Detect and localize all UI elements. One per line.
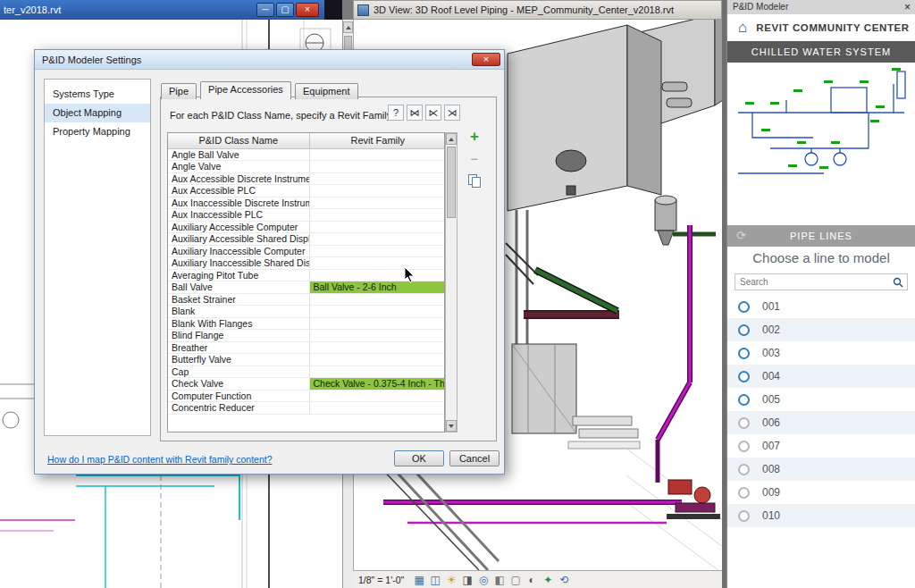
revit-family-cell[interactable] — [309, 245, 445, 257]
panel-titlebar[interactable]: P&ID Modeler × — [727, 0, 915, 14]
scrollbar-up-arrow[interactable] — [343, 21, 353, 33]
class-name-cell[interactable]: Blind Flange — [168, 330, 309, 342]
table-scrollbar[interactable] — [445, 132, 458, 433]
table-row[interactable]: Auxiliary Inaccessible Shared Display — [168, 257, 445, 270]
nav-systems-type[interactable]: Systems Type — [45, 85, 150, 104]
revit-main-titlebar[interactable]: ter_v2018.rvt ─ ▢ × — [0, 0, 324, 20]
table-row[interactable]: Averaging Pitot Tube — [168, 269, 445, 281]
revit-family-cell[interactable] — [309, 306, 445, 318]
table-row[interactable]: Computer Function — [168, 390, 445, 402]
ok-button[interactable]: OK — [394, 450, 444, 466]
refresh-icon[interactable]: ⟳ — [736, 225, 747, 247]
col-pid-class-name[interactable]: P&ID Class Name — [168, 133, 309, 148]
class-name-cell[interactable]: Auxiliary Inaccessible Computer — [168, 245, 309, 257]
revit-family-cell[interactable] — [309, 221, 445, 233]
shadows-icon[interactable]: ◨ — [460, 573, 474, 587]
line-radio[interactable] — [738, 301, 750, 313]
detail-level-icon[interactable]: ▦ — [412, 573, 426, 587]
help-link[interactable]: How do I map P&ID content with Revit fam… — [47, 454, 273, 465]
line-radio[interactable] — [738, 510, 750, 522]
pipe-line-item[interactable]: 002 — [727, 318, 915, 341]
locked-3d-icon[interactable]: ◐ — [525, 573, 539, 587]
line-radio[interactable] — [738, 441, 750, 452]
table-row[interactable]: Breather — [168, 341, 445, 354]
tab-pipe-accessories[interactable]: Pipe Accessories — [200, 81, 291, 99]
revit-family-cell[interactable] — [309, 185, 445, 197]
table-row[interactable]: Concentric Reducer — [168, 402, 445, 415]
revit-family-cell[interactable] — [309, 209, 445, 222]
class-name-cell[interactable]: Auxiliary Inaccessible Shared Display — [168, 257, 309, 270]
table-row[interactable]: Blind Flange — [168, 330, 445, 342]
class-name-cell[interactable]: Check Valve — [168, 378, 309, 391]
pipe-line-item[interactable]: 001 — [727, 295, 915, 318]
pid-diagram-thumbnail[interactable] — [735, 66, 909, 218]
table-row[interactable]: Cap — [168, 365, 445, 378]
revit-family-cell[interactable] — [309, 365, 445, 378]
revit-family-cell[interactable] — [309, 293, 445, 306]
dialog-close-button[interactable]: × — [472, 53, 500, 66]
remove-row-button[interactable]: − — [466, 151, 483, 167]
class-name-cell[interactable]: Aux Accessible Discrete Instrument — [168, 172, 309, 185]
table-row[interactable]: Blank With Flanges — [168, 317, 445, 330]
class-name-cell[interactable]: Basket Strainer — [168, 293, 309, 306]
maximize-button[interactable]: ▢ — [276, 3, 294, 17]
crop-region-icon[interactable]: ▢ — [508, 573, 523, 587]
table-scroll-thumb[interactable] — [447, 147, 456, 218]
class-name-cell[interactable]: Angle Ball Valve — [168, 148, 309, 161]
class-name-cell[interactable]: Concentric Reducer — [168, 402, 309, 415]
viewer-titlebar[interactable]: 3D View: 3D Roof Level Piping - MEP_Comm… — [353, 0, 722, 20]
tab-pipe[interactable]: Pipe — [161, 83, 197, 99]
line-radio[interactable] — [738, 348, 750, 359]
table-row[interactable]: Ball ValveBall Valve - 2-6 Inch — [168, 281, 445, 294]
duplicate-row-icon[interactable] — [468, 174, 483, 189]
search-input[interactable] — [735, 277, 893, 287]
class-name-cell[interactable]: Computer Function — [168, 390, 309, 402]
view-scale[interactable]: 1/8" = 1'-0" — [358, 575, 404, 585]
sun-path-icon[interactable]: ☀ — [444, 573, 458, 587]
class-name-cell[interactable]: Auxiliary Accessible Shared Display — [168, 233, 309, 246]
table-row[interactable]: Auxiliary Accessible Computer — [168, 221, 445, 233]
class-name-cell[interactable]: Auxiliary Accessible Computer — [168, 221, 309, 233]
nav-property-mapping[interactable]: Property Mapping — [45, 122, 150, 141]
valve-left-icon[interactable]: ⋉ — [425, 105, 441, 121]
class-name-cell[interactable]: Averaging Pitot Tube — [168, 269, 309, 281]
line-radio[interactable] — [738, 324, 750, 336]
cancel-button[interactable]: Cancel — [449, 450, 499, 466]
line-radio[interactable] — [738, 417, 750, 429]
revit-family-cell[interactable] — [309, 257, 445, 270]
revit-family-cell[interactable] — [309, 341, 445, 354]
revit-family-cell[interactable] — [309, 233, 445, 246]
table-row[interactable]: Basket Strainer — [168, 293, 445, 306]
class-name-cell[interactable]: Blank — [168, 306, 309, 318]
class-name-cell[interactable]: Aux Inaccessible Discrete Instrument — [168, 197, 309, 209]
pipe-line-item[interactable]: 009 — [727, 481, 915, 504]
pipe-line-item[interactable]: 003 — [727, 341, 915, 365]
help-icon[interactable]: ? — [388, 105, 404, 121]
line-radio[interactable] — [738, 487, 750, 499]
pipe-line-item[interactable]: 004 — [727, 365, 915, 388]
tab-equipment[interactable]: Equipment — [295, 83, 358, 99]
table-row[interactable]: Auxiliary Accessible Shared Display — [168, 233, 445, 246]
table-row[interactable]: Angle Ball Valve — [168, 148, 445, 161]
table-row[interactable]: Check ValveCheck Valve - 0.375-4 Inch - … — [168, 378, 445, 391]
table-row[interactable]: Aux Accessible Discrete Instrument — [168, 172, 445, 185]
revit-family-cell[interactable]: Ball Valve - 2-6 Inch — [309, 281, 445, 294]
class-name-cell[interactable]: Aux Accessible PLC — [168, 185, 309, 197]
class-name-cell[interactable]: Ball Valve — [168, 281, 309, 294]
visual-style-icon[interactable]: ◫ — [428, 573, 442, 587]
table-scroll-down[interactable] — [446, 420, 457, 432]
valve-mapping-icon[interactable]: ⋈ — [407, 105, 423, 121]
revit-family-cell[interactable] — [309, 402, 445, 415]
col-revit-family[interactable]: Revit Family — [309, 133, 445, 148]
table-row[interactable]: Auxiliary Inaccessible Computer — [168, 245, 445, 257]
revit-family-cell[interactable] — [309, 390, 445, 402]
revit-family-cell[interactable]: Check Valve - 0.375-4 Inch - Threaded — [309, 378, 445, 391]
pipe-line-item[interactable]: 007 — [727, 434, 915, 458]
search-box[interactable] — [735, 273, 908, 290]
valve-right-icon[interactable]: ⋊ — [444, 105, 460, 121]
table-row[interactable]: Aux Inaccessible PLC — [168, 209, 445, 222]
class-name-cell[interactable]: Cap — [168, 365, 309, 378]
minimize-button[interactable]: ─ — [256, 3, 274, 17]
add-row-button[interactable]: + — [466, 129, 483, 145]
pipe-line-item[interactable]: 005 — [727, 388, 915, 411]
